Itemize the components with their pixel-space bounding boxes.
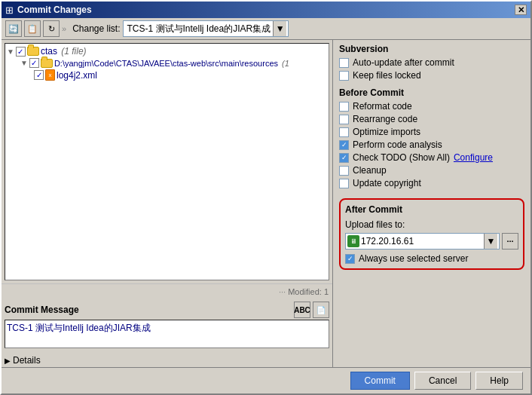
checkbox-rearrange[interactable] [339,115,349,124]
checkbox-cleanup[interactable] [339,166,349,176]
commit-msg-doc-btn[interactable]: 📄 [313,302,329,318]
option-cleanup: Cleanup [339,165,524,176]
upload-combo-arrow[interactable]: ▼ [484,234,497,249]
option-update-copyright: Update copyright [339,178,524,188]
commit-message-label-text: Commit Message [5,305,79,315]
toolbar-btn-3[interactable]: ↻ [43,20,60,37]
commit-message-header: Commit Message ABC 📄 [5,302,329,318]
commit-message-area: Commit Message ABC 📄 TCS-1 测试与Intellj Id… [2,299,332,354]
file-icon-xml: x [45,69,55,81]
checkbox-update-copyright[interactable] [339,179,349,188]
label-always-use: Always use selected server [359,253,468,264]
toolbar-btn-2[interactable]: 📋 [24,20,41,37]
close-button[interactable]: ✕ [515,5,527,15]
before-commit-section: Before Commit Reformat code Rearrange co… [339,87,524,191]
checkbox-ctas[interactable] [16,47,26,57]
option-reformat: Reformat code [339,101,524,112]
checkbox-file[interactable] [34,70,44,80]
option-auto-update: Auto-update after commit [339,57,524,68]
configure-link[interactable]: Configure [454,152,493,163]
right-panel: Subversion Auto-update after commit Keep… [333,40,530,367]
label-cleanup: Cleanup [353,165,387,176]
tree-label-ctas: ctas [41,46,57,57]
upload-combo-row: 🖥 172.20.16.61 ▼ ··· [345,233,518,250]
option-perform-analysis: Perform code analysis [339,139,524,150]
left-panel: ▼ ctas (1 file) ▼ D:\yangjm\Code\CTAS\JA… [2,40,333,367]
before-commit-title: Before Commit [339,87,524,98]
label-check-todo: Check TODO (Show All) [353,152,450,163]
checkbox-auto-update[interactable] [339,58,349,68]
commit-message-input[interactable]: TCS-1 测试与Intellj Idea的JIAR集成 [5,320,329,348]
details-label: Details [13,355,41,366]
tree-label-path: D:\yangjm\Code\CTAS\JAVAEE\ctas-web\src\… [54,59,278,68]
subversion-title: Subversion [339,44,524,54]
toolbar-btn-1[interactable]: 🔄 [5,20,22,37]
after-commit-title: After Commit [345,204,518,215]
option-check-todo: Check TODO (Show All) Configure [339,152,524,163]
tree-item-file[interactable]: x log4j2.xml [34,69,327,81]
always-use-row: Always use selected server [345,253,518,264]
checkbox-path[interactable] [29,58,39,68]
upload-label: Upload files to: [345,219,518,230]
label-reformat: Reformat code [353,101,412,112]
checkbox-perform-analysis[interactable] [339,140,349,150]
toolbar: 🔄 📋 ↻ » Change list: TCS-1 测试与Intellj Id… [2,18,530,40]
server-value: 172.20.16.61 [361,236,484,246]
change-list-value: TCS-1 测试与Intellj Idea的JIAR集成 [125,23,274,35]
upload-combo[interactable]: 🖥 172.20.16.61 ▼ [345,233,500,250]
tree-extra-ctas: (1 file) [59,46,87,57]
checkbox-reformat[interactable] [339,102,349,112]
commit-msg-abc-btn[interactable]: ABC [294,302,310,318]
checkbox-optimize[interactable] [339,127,349,137]
checkbox-keep-locked[interactable] [339,71,349,81]
label-perform-analysis: Perform code analysis [353,139,442,150]
tree-label-file: log4j2.xml [57,70,97,81]
folder-icon-ctas [27,47,39,56]
change-list-label: Change list: [72,23,120,34]
option-optimize: Optimize imports [339,127,524,137]
window-title: Commit Changes [17,5,92,15]
details-row: ▶ Details [2,354,332,367]
label-optimize: Optimize imports [353,127,420,137]
bottom-buttons: Commit Cancel Help [2,367,530,393]
help-button[interactable]: Help [475,372,523,390]
bottom-info: ··· Modified: 1 [2,283,332,299]
main-content: ▼ ctas (1 file) ▼ D:\yangjm\Code\CTAS\JA… [2,40,530,367]
title-bar-left: ⊞ Commit Changes [5,5,92,16]
tree-extra-path: (1 [280,59,289,68]
checkbox-always-use[interactable] [345,254,355,264]
tree-item-ctas[interactable]: ▼ ctas (1 file) [7,45,327,57]
cancel-button[interactable]: Cancel [414,372,471,390]
label-keep-locked: Keep files locked [353,70,421,81]
subversion-section: Subversion Auto-update after commit Keep… [339,44,524,83]
label-update-copyright: Update copyright [353,178,421,188]
label-auto-update: Auto-update after commit [353,57,454,68]
divider: ··· [279,287,286,296]
modified-info: Modified: 1 [288,287,329,296]
title-bar: ⊞ Commit Changes ✕ [2,2,530,18]
main-window: ⊞ Commit Changes ✕ 🔄 📋 ↻ » Change list: … [0,0,532,395]
label-rearrange: Rearrange code [353,114,417,124]
option-rearrange: Rearrange code [339,114,524,124]
upload-more-btn[interactable]: ··· [502,233,518,250]
file-tree[interactable]: ▼ ctas (1 file) ▼ D:\yangjm\Code\CTAS\JA… [5,43,329,280]
tree-item-path[interactable]: ▼ D:\yangjm\Code\CTAS\JAVAEE\ctas-web\sr… [20,57,327,69]
commit-button[interactable]: Commit [350,372,410,390]
after-commit-section: After Commit Upload files to: 🖥 172.20.1… [339,198,524,270]
folder-icon-path [41,59,53,68]
checkbox-check-todo[interactable] [339,153,349,163]
server-icon: 🖥 [347,235,359,247]
change-list-combo[interactable]: TCS-1 测试与Intellj Idea的JIAR集成 ▼ [123,20,289,37]
details-expand-arrow[interactable]: ▶ [5,357,11,365]
option-keep-locked: Keep files locked [339,70,524,81]
change-list-arrow[interactable]: ▼ [273,21,286,36]
